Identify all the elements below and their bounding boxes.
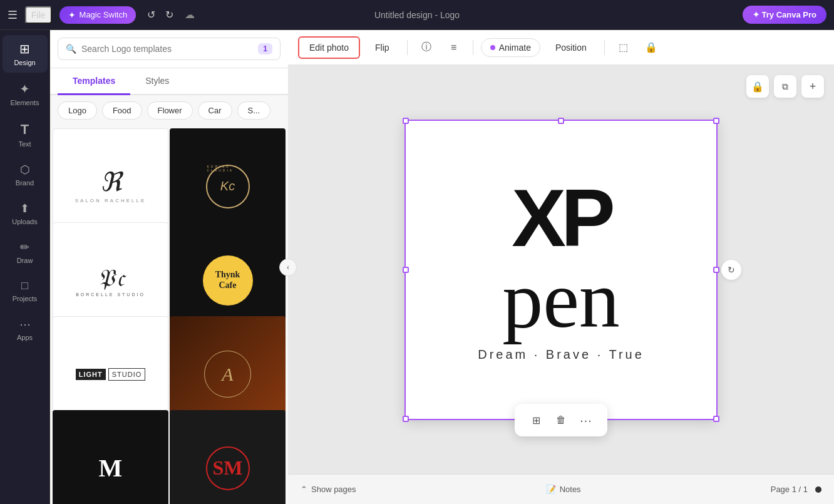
logo-xp-text[interactable]: XP	[512, 177, 610, 259]
rotate-handle[interactable]: ↻	[721, 260, 741, 280]
card-studio-text: STUDIO	[108, 368, 146, 381]
sidebar-item-label: Elements	[11, 99, 39, 106]
filter-tag-flower[interactable]: Flower	[147, 101, 193, 120]
flip-button[interactable]: Flip	[365, 38, 399, 58]
card-subtitle: SALON RACHELLE	[75, 198, 147, 203]
handle-tc[interactable]	[558, 118, 564, 124]
edit-photo-button[interactable]: Edit photo	[298, 36, 360, 59]
card-initials: Kc	[220, 179, 235, 193]
card-brand-name: BORCELLE STUDIO	[76, 292, 145, 297]
duplicate-canvas-button[interactable]: ⧉	[774, 75, 796, 98]
panel-hide-button[interactable]: ‹	[279, 259, 297, 276]
sidebar-item-label: Apps	[17, 334, 33, 341]
canvas-scroll: 🔒 ⧉ + XP pen Dream ·	[288, 65, 834, 474]
cloud-save-icon: ☁	[185, 9, 195, 21]
card-logo-text: ℜ	[100, 169, 121, 195]
design-icon: ⊞	[19, 41, 30, 56]
undo-button[interactable]: ↺	[143, 6, 159, 23]
tab-styles[interactable]: Styles	[130, 68, 184, 95]
card-ring-text: KORINA CLAUDIA	[207, 165, 249, 172]
card-logo-letter: 𝔓𝔠	[98, 264, 124, 292]
card-m-letter: M	[99, 453, 123, 483]
logo-pen-text[interactable]: pen	[502, 259, 620, 340]
tab-templates[interactable]: Templates	[58, 68, 130, 95]
toolbar-separator-2	[473, 40, 473, 55]
animate-dot	[490, 45, 495, 50]
logo-tagline[interactable]: Dream · Brave · True	[478, 347, 644, 362]
position-button[interactable]: Position	[545, 38, 597, 58]
filter-tag-more[interactable]: S...	[237, 101, 271, 120]
zoom-dot[interactable]	[815, 486, 821, 493]
toolbar-separator	[407, 40, 408, 55]
templates-panel: 🔍 1 Templates Styles Logo Food Flower Ca…	[50, 30, 288, 504]
design-canvas: XP pen Dream · Brave · True ↻	[404, 120, 718, 420]
add-page-button[interactable]: +	[801, 75, 824, 98]
card-sm-letters: SM	[206, 446, 250, 490]
sidebar-item-label: Brand	[16, 179, 34, 187]
sidebar-item-uploads[interactable]: ⬆ Uploads	[3, 195, 48, 232]
lock-button[interactable]: 🔒	[640, 36, 662, 59]
topbar-title: Untitled design - Logo	[216, 10, 618, 20]
notes-button[interactable]: 📝 Notes	[546, 485, 581, 494]
filter-tag-car[interactable]: Car	[198, 101, 232, 120]
card-light-text: LIGHT	[76, 369, 106, 380]
redo-button[interactable]: ↻	[162, 6, 177, 23]
hamburger-icon[interactable]: ☰	[8, 8, 18, 22]
animate-button[interactable]: Animate	[481, 38, 540, 57]
file-button[interactable]: File	[25, 6, 52, 24]
info-button[interactable]: ⓘ	[415, 36, 438, 59]
canvas-bottom-bar: ⌃ Show pages 📝 Notes Page 1 / 1	[288, 474, 834, 504]
apps-icon: ⋯	[19, 317, 31, 331]
icon-sidebar: ⊞ Design ✦ Elements T Text ⬡ Brand ⬆ Upl…	[0, 30, 50, 504]
template-sm-logo[interactable]: SM	[170, 410, 286, 504]
transparency-button[interactable]: ⬚	[612, 36, 635, 59]
delete-element-button[interactable]: 🗑	[550, 409, 572, 431]
handle-tr[interactable]	[713, 118, 719, 124]
handle-tl[interactable]	[403, 118, 409, 124]
toolbar-separator-3	[604, 40, 605, 55]
page-controls: Page 1 / 1	[771, 485, 821, 494]
topbar: ☰ File ✦ Magic Switch ↺ ↻ ☁ Untitled des…	[0, 0, 834, 30]
filter-tag-logo[interactable]: Logo	[58, 101, 97, 120]
sidebar-item-projects[interactable]: □ Projects	[3, 273, 48, 309]
toolbar: Edit photo Flip ⓘ ≡ Animate Position ⬚ 🔒	[288, 30, 834, 65]
card-alicia-letter: A	[222, 364, 233, 385]
sidebar-item-draw[interactable]: ✏ Draw	[3, 234, 48, 270]
add-element-button[interactable]: ⊞	[525, 409, 547, 431]
show-pages-button[interactable]: ⌃ Show pages	[301, 485, 356, 494]
main-layout: ⊞ Design ✦ Elements T Text ⬡ Brand ⬆ Upl…	[0, 30, 834, 504]
topbar-right: ✦ Try Canva Pro	[626, 6, 826, 24]
text-icon: T	[21, 121, 29, 138]
template-m-logo[interactable]: M	[53, 410, 168, 504]
sidebar-item-label: Uploads	[12, 218, 37, 225]
topbar-left: ☰ File ✦ Magic Switch ↺ ↻ ☁	[8, 6, 209, 24]
page-indicator: Page 1 / 1	[771, 485, 808, 494]
handle-bl[interactable]	[403, 416, 409, 422]
draw-icon: ✏	[20, 240, 29, 254]
sidebar-item-label: Draw	[17, 257, 33, 264]
notes-icon: 📝	[546, 485, 556, 494]
canvas-controls: 🔒 ⧉ +	[746, 75, 824, 98]
zoom-controls	[815, 486, 821, 493]
panel-search: 🔍 1	[50, 30, 288, 68]
sidebar-item-text[interactable]: T Text	[3, 115, 48, 154]
magic-switch-button[interactable]: ✦ Magic Switch	[59, 6, 136, 24]
search-box[interactable]: 🔍 1	[58, 38, 281, 60]
templates-grid: ℜ SALON RACHELLE KORINA CLAUDIA Kc 𝔓𝔠 BO…	[50, 126, 288, 504]
handle-ml[interactable]	[403, 267, 409, 273]
filter-tag-food[interactable]: Food	[102, 101, 142, 120]
sidebar-item-brand[interactable]: ⬡ Brand	[3, 157, 48, 193]
try-canva-button[interactable]: ✦ Try Canva Pro	[743, 6, 826, 24]
chevron-up-icon: ⌃	[301, 485, 307, 494]
menu-button[interactable]: ≡	[443, 36, 465, 59]
canvas-area: 🔒 ⧉ + XP pen Dream ·	[288, 65, 834, 504]
search-input[interactable]	[81, 44, 253, 54]
more-options-button[interactable]: ···	[575, 409, 597, 431]
filter-badge[interactable]: 1	[258, 43, 272, 54]
sidebar-item-design[interactable]: ⊞ Design	[3, 35, 48, 73]
lock-canvas-button[interactable]: 🔒	[746, 75, 769, 98]
sidebar-item-elements[interactable]: ✦ Elements	[3, 75, 48, 113]
handle-br[interactable]	[713, 416, 719, 422]
sidebar-item-apps[interactable]: ⋯ Apps	[3, 311, 48, 347]
handle-mr[interactable]	[713, 267, 719, 273]
